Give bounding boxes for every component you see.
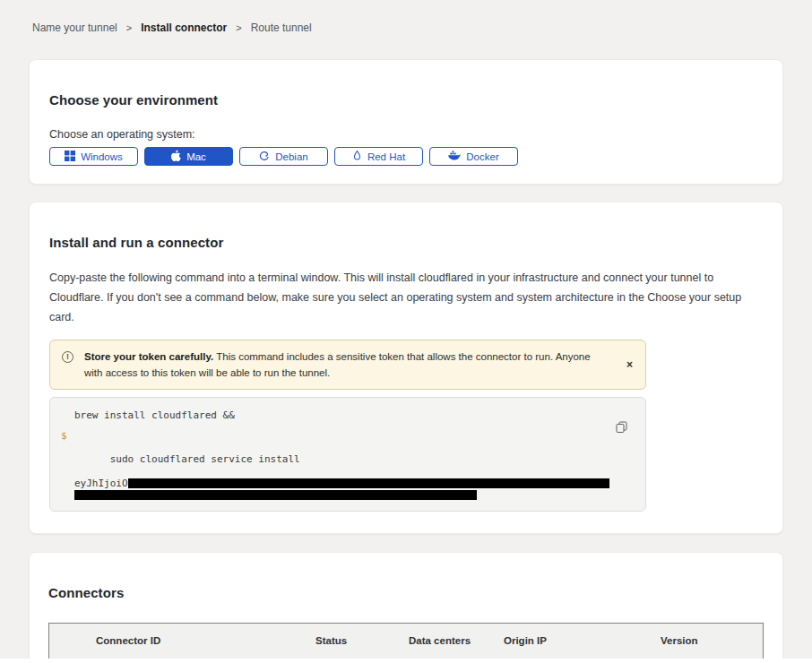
breadcrumb-name-your-tunnel[interactable]: Name your tunnel xyxy=(32,22,117,34)
os-select-label: Choose an operating system: xyxy=(49,128,763,141)
os-button-debian[interactable]: Debian xyxy=(239,147,328,166)
connectors-card: Connectors Connector ID Status Data cent… xyxy=(29,552,783,663)
close-icon[interactable]: × xyxy=(626,359,633,370)
environment-card-title: Choose your environment xyxy=(49,92,763,108)
docker-icon xyxy=(448,151,461,162)
col-header-data-centers: Data centers xyxy=(409,635,504,646)
connector-card: Install and run a connector Copy-paste t… xyxy=(29,202,783,534)
code-line-sudo-text: sudo cloudflared service install xyxy=(110,453,300,465)
windows-icon xyxy=(65,151,75,163)
breadcrumb-separator: > xyxy=(236,22,241,33)
redhat-icon xyxy=(352,150,362,163)
environment-card: Choose your environment Choose an operat… xyxy=(29,59,783,185)
debian-icon xyxy=(259,151,270,163)
token-redaction-bar xyxy=(74,490,477,500)
install-command-code-block: brew install cloudflared && $ sudo cloud… xyxy=(49,397,646,512)
token-warning-banner: ! Store your token carefully. This comma… xyxy=(49,340,646,391)
os-button-label: Docker xyxy=(466,151,498,162)
col-header-status: Status xyxy=(315,635,409,646)
connectors-table: Connector ID Status Data centers Origin … xyxy=(48,623,764,663)
alert-circle-icon: ! xyxy=(62,351,73,363)
code-line-brew: brew install cloudflared && xyxy=(50,409,645,421)
os-button-row: Windows Mac Debian xyxy=(49,147,763,166)
token-prefix: eyJhIjoiO xyxy=(74,478,128,489)
connectors-card-title: Connectors xyxy=(48,585,764,600)
os-button-docker[interactable]: Docker xyxy=(429,147,518,166)
breadcrumb-install-connector[interactable]: Install connector xyxy=(141,22,227,34)
bottom-strip xyxy=(0,659,812,663)
shell-prompt: $ xyxy=(61,430,67,442)
os-button-redhat[interactable]: Red Hat xyxy=(334,147,423,166)
os-button-label: Debian xyxy=(275,151,307,162)
code-line-sudo: $ sudo cloudflared service install xyxy=(50,430,645,477)
os-button-label: Mac xyxy=(186,151,206,162)
os-button-label: Red Hat xyxy=(367,151,405,162)
apple-icon xyxy=(171,150,181,163)
copy-icon[interactable] xyxy=(616,421,627,435)
col-header-origin-ip: Origin IP xyxy=(504,635,661,646)
breadcrumb-separator: > xyxy=(126,22,132,33)
col-header-connector-id: Connector ID xyxy=(96,635,315,646)
breadcrumb-route-tunnel[interactable]: Route tunnel xyxy=(251,22,312,34)
os-button-label: Windows xyxy=(81,151,123,162)
os-button-windows[interactable]: Windows xyxy=(49,147,138,166)
col-header-version: Version xyxy=(661,635,763,646)
token-redaction-bar xyxy=(128,478,609,488)
breadcrumb: Name your tunnel > Install connector > R… xyxy=(0,0,812,34)
warning-title: Store your token carefully. xyxy=(84,351,213,362)
os-button-mac[interactable]: Mac xyxy=(144,147,233,166)
connector-description: Copy-paste the following command into a … xyxy=(49,269,763,328)
token-line: eyJhIjoiO xyxy=(50,478,645,489)
connector-card-title: Install and run a connector xyxy=(49,235,763,250)
